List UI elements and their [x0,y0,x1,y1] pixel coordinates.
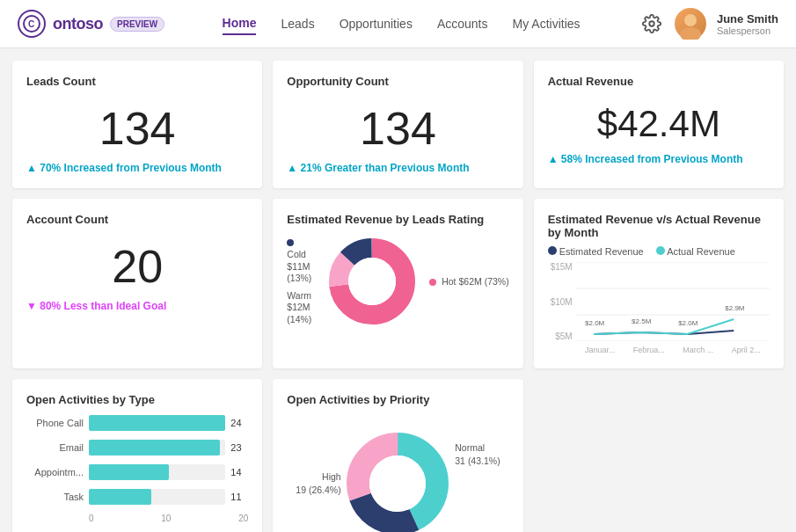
bar-task-label: Task [26,492,84,502]
header-right: June Smith Salesperson [638,8,778,40]
nav-home[interactable]: Home [223,12,257,35]
svg-point-2 [649,21,654,26]
actual-revenue-title: Actual Revenue [548,75,770,88]
donut1-labels: Cold $11M (13%) Warm$12M (14%) [287,237,315,325]
svg-text:$2.0M: $2.0M [585,319,605,327]
activities-by-type-card: Open Activities by Type Phone Call 24 Em… [12,379,262,532]
leads-count-change: ▲ 70% Increased from Previous Month [26,162,248,174]
bar-axis: 0 10 20 [26,514,248,523]
line-chart-area: $2.0M $2.5M $2.0M $2.9M Januar... Februa… [576,262,770,354]
estimated-dot [548,246,557,255]
revenue-legend: Estimated Revenue Actual Revenue [548,246,770,257]
user-name: June Smith [717,12,778,26]
bar-appt-value: 14 [230,467,248,477]
svg-point-8 [348,258,396,305]
nav-accounts[interactable]: Accounts [437,13,488,34]
account-count-change: ▼ 80% Less than Ideal Goal [26,300,248,312]
priority-donut-svg [340,426,455,532]
actual-dot [656,246,665,255]
header: C ontoso PREVIEW Home Leads Opportunitie… [0,0,796,48]
account-count-card: Account Count 20 ▼ 80% Less than Ideal G… [12,199,262,368]
opportunity-count-card: Opportunity Count 134 ▲ 21% Greater than… [273,61,522,188]
priority-high-label: High19 (26.4%) [296,470,340,496]
opportunity-count-change: ▲ 21% Greater than Previous Month [287,162,508,174]
bar-appt: Appointm... 14 [26,464,248,480]
revenue-vs-actual-title: Estimated Revenue v/s Actual Revenue by … [548,213,770,239]
svg-point-4 [680,27,701,40]
donut1-svg [324,233,420,330]
empty-cell [534,379,784,532]
bar-task-value: 11 [230,492,248,502]
y-axis-labels: $15M $10M $5M [548,262,576,341]
activities-by-type-title: Open Activities by Type [26,393,248,406]
priority-normal-label: Normal31 (43.1%) [455,441,500,467]
bar-email: Email 23 [26,440,248,455]
svg-text:$2.9M: $2.9M [725,304,745,312]
axis-20: 20 [238,514,248,523]
bar-phone-label: Phone Call [26,418,84,428]
main-nav: Home Leads Opportunities Accounts My Act… [164,12,638,35]
account-count-value: 20 [26,244,248,289]
bar-email-fill [89,440,220,455]
bar-phone: Phone Call 24 [26,415,248,431]
revenue-by-rating-card: Estimated Revenue by Leads Rating Cold $… [273,199,522,368]
priority-chart-container: High19 (26.4%) Normal31 (43.1%) Low 22 (… [287,413,508,532]
nav-leads[interactable]: Leads [281,13,314,34]
svg-point-20 [369,455,426,512]
account-count-title: Account Count [26,213,248,226]
bar-appt-fill [89,464,169,480]
avatar[interactable] [675,8,706,40]
logo-area: C ontoso PREVIEW [18,10,164,38]
activities-by-priority-title: Open Activities by Priority [287,393,508,406]
user-role: Salesperson [717,26,770,36]
legend-actual: Actual Revenue [656,246,735,257]
nav-activities[interactable]: My Activities [513,13,581,34]
user-info: June Smith Salesperson [717,12,778,36]
logo-icon: C [18,10,46,38]
bar-appt-label: Appointm... [26,467,84,477]
line-chart-svg: $2.0M $2.5M $2.0M $2.9M [576,262,770,341]
leads-count-value: 134 [26,106,248,151]
bar-phone-fill [89,415,225,431]
svg-text:C: C [28,19,34,29]
line-chart-container: $15M $10M $5M $2.0M $2.5M [548,262,770,354]
svg-point-3 [684,14,697,26]
bar-task: Task 11 [26,489,248,505]
bar-task-fill [89,489,151,505]
revenue-by-rating-title: Estimated Revenue by Leads Rating [287,213,508,226]
nav-opportunities[interactable]: Opportunities [340,13,413,34]
axis-10: 10 [161,514,171,523]
preview-badge: PREVIEW [110,17,164,32]
bar-task-track [89,489,225,505]
logo-text: ontoso [53,15,103,33]
legend-estimated: Estimated Revenue [548,246,644,257]
activities-by-priority-card: Open Activities by Priority High19 (26.4… [273,379,522,532]
bar-appt-track [89,464,225,480]
bar-chart: Phone Call 24 Email 23 Appointm... 14 [26,415,248,523]
actual-revenue-card: Actual Revenue $42.4M ▲ 58% Increased fr… [534,61,784,188]
x-axis-labels: Januar... Februa... March ... April 2... [576,346,770,354]
opportunity-count-value: 134 [287,106,508,151]
axis-0: 0 [89,514,94,523]
dashboard: Leads Count 134 ▲ 70% Increased from Pre… [0,48,796,532]
revenue-by-rating-chart: Cold $11M (13%) Warm$12M (14%) Hot $62M … [287,233,508,330]
donut1-label-hot: Hot $62M (73%) [429,276,508,287]
leads-count-title: Leads Count [26,75,248,88]
bar-email-track [89,440,225,455]
svg-text:$2.5M: $2.5M [632,317,652,325]
svg-text:$2.0M: $2.0M [678,319,698,327]
leads-count-card: Leads Count 134 ▲ 70% Increased from Pre… [12,61,262,188]
bar-email-label: Email [26,442,84,453]
opportunity-count-title: Opportunity Count [287,75,508,88]
donut1-label-cold: Cold $11M (13%) [287,237,315,285]
settings-icon[interactable] [639,11,664,36]
bar-phone-value: 24 [230,418,248,428]
revenue-vs-actual-card: Estimated Revenue v/s Actual Revenue by … [534,199,784,368]
bar-email-value: 23 [230,442,248,453]
actual-revenue-change: ▲ 58% Increased from Previous Month [548,153,770,165]
donut1-label-warm: Warm$12M (14%) [287,290,315,326]
bar-phone-track [89,415,225,431]
actual-revenue-value: $42.4M [548,106,770,142]
